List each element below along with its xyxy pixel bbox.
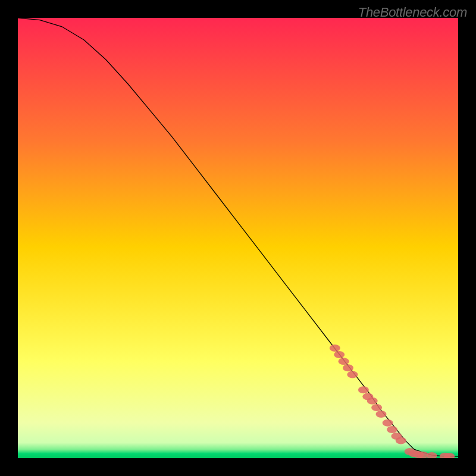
data-marker xyxy=(330,345,340,352)
data-marker xyxy=(367,397,378,405)
curve-layer xyxy=(18,18,458,458)
data-marker xyxy=(339,358,349,365)
data-marker xyxy=(383,419,393,427)
data-marker xyxy=(376,411,387,418)
plot-area xyxy=(18,18,458,458)
data-marker xyxy=(358,386,369,393)
chart-container: TheBottleneck.com xyxy=(0,0,476,476)
data-marker xyxy=(343,364,353,371)
watermark-text: TheBottleneck.com xyxy=(358,5,467,20)
data-marker xyxy=(334,351,345,358)
data-marker xyxy=(396,437,406,444)
data-marker xyxy=(427,452,437,458)
data-marker xyxy=(371,404,382,411)
data-marker xyxy=(387,426,397,433)
main-curve xyxy=(18,18,458,456)
markers-group xyxy=(330,345,455,458)
data-marker xyxy=(347,371,358,378)
